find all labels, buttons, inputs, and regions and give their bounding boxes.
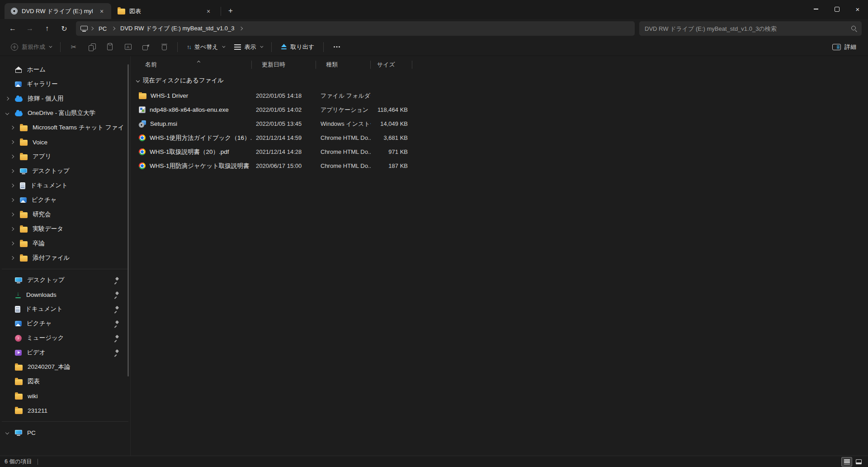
back-button[interactable]: ← [5, 21, 21, 36]
expand-chevron-icon[interactable] [10, 140, 14, 144]
msi-icon [139, 120, 146, 128]
sidebar-tree-item[interactable]: ピクチャ [0, 193, 130, 207]
file-row[interactable]: WHS-1 Driver 2022/01/05 14:18 ファイル フォルダー [135, 89, 868, 103]
file-row[interactable]: WHS-1用防滴ジャケット取扱説明書（2）.p... 2020/06/17 15… [135, 159, 868, 173]
sidebar-item-label: OneDrive - 富山県立大学 [28, 109, 124, 117]
file-row[interactable]: WHS-1使用方法ガイドブック（16）.pdf 2021/12/14 14:59… [135, 131, 868, 145]
expand-chevron-icon[interactable] [5, 431, 9, 434]
sidebar-tree-item[interactable]: OneDrive - 富山県立大学 [0, 106, 130, 120]
sidebar-tree-item[interactable]: 捺輝 - 個人用 [0, 91, 130, 106]
sidebar-quick-item[interactable]: ミュージック [0, 331, 130, 345]
sidebar-tree-item[interactable]: 研究会 [0, 207, 130, 222]
breadcrumb[interactable]: PC DVD RW ドライブ (E:) myBeat_std_v1.0_3 [76, 21, 635, 36]
expand-chevron-icon[interactable] [10, 256, 14, 260]
close-button[interactable]: × [847, 0, 868, 18]
sidebar-quick-item[interactable]: デスクトップ [0, 273, 130, 287]
expand-chevron-icon[interactable] [10, 213, 14, 216]
sidebar-tree-item[interactable]: 添付ファイル [0, 251, 130, 265]
breadcrumb-item-drive[interactable]: DVD RW ドライブ (E:) myBeat_std_v1.0_3 [118, 23, 237, 34]
status-divider [38, 459, 38, 465]
file-row[interactable]: WHS-1取扱説明書（20）.pdf 2021/12/14 14:28 Chro… [135, 145, 868, 159]
sort-button[interactable]: ↑↓ 並べ替え [182, 40, 229, 54]
paste-button[interactable] [101, 40, 118, 54]
sidebar-item-pc[interactable]: PC [0, 425, 130, 440]
sidebar-tree-item[interactable]: ギャラリー [0, 77, 130, 91]
disc-icon [11, 8, 18, 14]
tab-close-icon[interactable]: × [203, 6, 213, 16]
column-header-date[interactable]: 更新日時 [252, 58, 316, 71]
sidebar-quick-item[interactable]: 20240207_本論 [0, 360, 130, 374]
sidebar-quick-item[interactable]: 図表 [0, 374, 130, 389]
breadcrumb-item-pc[interactable]: PC [96, 23, 109, 34]
sidebar-quick-item[interactable]: ピクチャ [0, 316, 130, 331]
sidebar-tree-item[interactable]: Microsoft Teams チャット ファイル [0, 120, 130, 135]
details-pane-button[interactable]: 詳細 [828, 40, 861, 54]
sidebar-item-label: 図表 [28, 377, 113, 386]
expand-chevron-icon[interactable] [10, 155, 14, 158]
gallery-icon [15, 81, 22, 87]
minimize-button[interactable] [806, 0, 826, 18]
sidebar-scrollbar[interactable] [127, 64, 129, 376]
sidebar-tree-item[interactable]: 卒論 [0, 236, 130, 251]
explorer-tab[interactable]: DVD RW ドライブ (E:) myBeat_st × [5, 3, 111, 19]
rename-icon [125, 44, 132, 50]
up-button[interactable]: ↑ [39, 21, 55, 36]
sidebar-tree-item[interactable]: ホーム [0, 62, 130, 77]
column-header-name[interactable]: 名前 [135, 58, 252, 71]
sidebar-tree-item[interactable]: Voice [0, 135, 130, 149]
column-header-size[interactable]: サイズ [371, 58, 412, 71]
sidebar-item-label: 添付ファイル [33, 254, 124, 262]
documents-icon [20, 182, 25, 189]
sidebar-tree-item[interactable]: 実験データ [0, 222, 130, 236]
cut-button[interactable]: ✂ [65, 40, 82, 54]
sidebar-tree-item[interactable]: ドキュメント [0, 178, 130, 193]
expand-chevron-icon[interactable] [5, 111, 9, 115]
maximize-button[interactable] [826, 0, 847, 18]
expand-chevron-icon[interactable] [10, 242, 14, 245]
sidebar-item-label: 231211 [28, 407, 113, 414]
sidebar-tree-item[interactable]: デスクトップ [0, 164, 130, 178]
explorer-tab[interactable]: 図表 × [111, 3, 218, 19]
forward-button[interactable]: → [22, 21, 38, 36]
details-view-button[interactable] [842, 457, 852, 466]
new-button[interactable]: 新規作成 [6, 40, 56, 54]
search-box[interactable] [639, 21, 862, 36]
more-button[interactable] [328, 40, 345, 54]
view-button[interactable]: 表示 [230, 40, 267, 54]
file-row[interactable]: Setup.msi 2022/01/05 13:45 Windows インストー… [135, 117, 868, 131]
share-button[interactable] [137, 40, 155, 54]
collapse-chevron-icon[interactable] [136, 79, 140, 82]
sidebar-quick-item[interactable]: wiki [0, 389, 130, 403]
sidebar-item-label: 卒論 [33, 239, 124, 248]
chrome-icon [139, 134, 146, 141]
file-row[interactable]: ndp48-x86-x64-allos-enu.exe 2022/01/05 1… [135, 103, 868, 117]
window-controls: × [806, 0, 868, 19]
sidebar-quick-item[interactable]: ビデオ [0, 345, 130, 360]
sidebar-quick-item[interactable]: ドキュメント [0, 302, 130, 316]
group-header[interactable]: 現在ディスクにあるファイル [135, 74, 868, 87]
delete-button[interactable] [156, 40, 173, 54]
thumbnail-view-button[interactable] [854, 457, 863, 466]
eject-button[interactable]: 取り出す [276, 40, 319, 54]
rename-button[interactable] [119, 40, 137, 54]
new-tab-button[interactable]: + [224, 5, 237, 17]
expand-chevron-icon[interactable] [10, 169, 14, 173]
search-input[interactable] [645, 25, 851, 32]
expand-chevron-icon[interactable] [10, 227, 14, 231]
expand-chevron-icon[interactable] [5, 97, 9, 100]
refresh-button[interactable]: ↻ [56, 21, 72, 36]
copy-icon [89, 43, 95, 50]
copy-button[interactable] [83, 40, 100, 54]
sidebar-quick-item[interactable]: 231211 [0, 403, 130, 418]
file-list: WHS-1 Driver 2022/01/05 14:18 ファイル フォルダー… [135, 89, 868, 173]
column-header-type[interactable]: 種類 [316, 58, 371, 71]
tab-close-icon[interactable]: × [97, 6, 107, 16]
sidebar-tree: ホーム ギャラリー 捺輝 - 個人用 OneDrive - 富山県立大学 [0, 62, 130, 265]
desktop-icon [15, 277, 22, 283]
sidebar-tree-item[interactable]: アプリ [0, 149, 130, 164]
pin-icon [113, 335, 119, 341]
expand-chevron-icon[interactable] [10, 126, 14, 129]
sidebar-quick-item[interactable]: Downloads [0, 287, 130, 302]
expand-chevron-icon[interactable] [10, 198, 14, 202]
expand-chevron-icon[interactable] [10, 184, 14, 187]
